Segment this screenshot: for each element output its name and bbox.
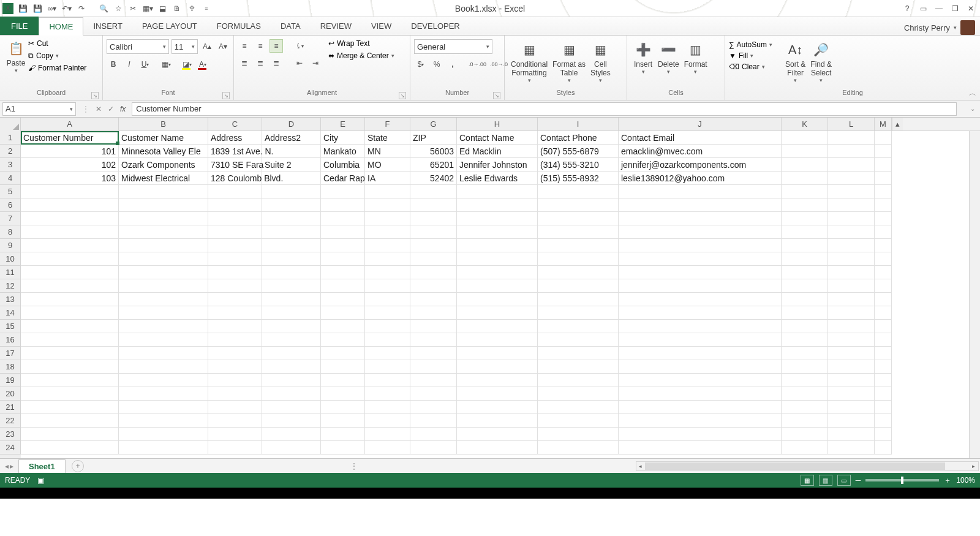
cell[interactable] [119, 239, 208, 252]
cell[interactable]: ZIP [410, 131, 457, 145]
cell[interactable] [119, 428, 208, 441]
qat-customize-icon[interactable]: ≡ [201, 3, 212, 14]
cell[interactable] [119, 293, 208, 306]
cell[interactable]: Customer Name [119, 131, 208, 145]
cell[interactable] [21, 441, 119, 455]
cell[interactable] [782, 158, 828, 172]
col-header-L[interactable]: L [828, 118, 875, 130]
cell[interactable] [262, 266, 321, 279]
cell[interactable] [119, 387, 208, 401]
cell[interactable]: 65201 [410, 158, 457, 172]
cell[interactable] [457, 333, 538, 347]
tab-home[interactable]: HOME [39, 17, 83, 36]
account-area[interactable]: Christy Perry ▾ [904, 20, 980, 35]
cell[interactable] [828, 333, 875, 347]
cell[interactable] [828, 360, 875, 374]
cell[interactable] [262, 185, 321, 198]
cell[interactable] [262, 198, 321, 212]
cell[interactable] [262, 225, 321, 239]
cell[interactable] [21, 185, 119, 198]
cell[interactable] [21, 360, 119, 374]
cell-styles-button[interactable]: ▦Cell Styles▾ [588, 38, 613, 85]
format-cells-button[interactable]: ▥Format▾ [682, 38, 710, 76]
qat-star-icon[interactable]: ☆ [113, 3, 124, 14]
cell[interactable] [875, 347, 892, 360]
cell[interactable] [410, 333, 457, 347]
cell[interactable] [410, 198, 457, 212]
cell[interactable] [119, 266, 208, 279]
cell[interactable] [321, 387, 365, 401]
sort-filter-button[interactable]: A↕Sort & Filter▾ [783, 38, 808, 85]
cell[interactable] [410, 306, 457, 320]
view-page-break-icon[interactable]: ▭ [837, 475, 851, 486]
cell[interactable] [782, 360, 828, 374]
cell[interactable] [208, 401, 262, 414]
italic-button[interactable]: I [123, 58, 136, 71]
row-header[interactable]: 22 [0, 414, 21, 428]
cell[interactable] [538, 320, 619, 333]
cell[interactable] [782, 428, 828, 441]
cell[interactable] [828, 225, 875, 239]
cell[interactable] [828, 172, 875, 185]
cell[interactable] [119, 198, 208, 212]
cell[interactable] [21, 198, 119, 212]
cell[interactable]: Customer Number [21, 131, 119, 145]
cell[interactable] [538, 333, 619, 347]
tab-developer[interactable]: DEVELOPER [401, 17, 469, 35]
cell[interactable]: Suite 2 [262, 158, 321, 172]
tab-data[interactable]: DATA [271, 17, 311, 35]
cell[interactable] [21, 387, 119, 401]
view-normal-icon[interactable]: ▦ [801, 475, 814, 486]
cell[interactable] [365, 212, 410, 225]
cell[interactable] [782, 225, 828, 239]
cell[interactable] [208, 239, 262, 252]
cell[interactable]: 7310 SE Fara [208, 158, 262, 172]
cell[interactable] [828, 374, 875, 387]
cell[interactable] [875, 131, 892, 145]
align-top-icon[interactable]: ≡ [238, 39, 251, 53]
cell[interactable] [208, 333, 262, 347]
cell[interactable] [457, 239, 538, 252]
col-header-M[interactable]: M [875, 118, 892, 130]
view-page-layout-icon[interactable]: ▥ [819, 475, 832, 486]
cell[interactable]: Midwest Electrical [119, 172, 208, 185]
cell[interactable] [262, 441, 321, 455]
cell[interactable] [828, 279, 875, 293]
enter-formula-icon[interactable]: ✓ [108, 105, 114, 113]
cell[interactable] [782, 172, 828, 185]
cell[interactable] [538, 279, 619, 293]
format-as-table-button[interactable]: ▦Format as Table▾ [550, 38, 588, 85]
cell[interactable] [410, 401, 457, 414]
cell[interactable] [365, 279, 410, 293]
increase-indent-icon[interactable]: ⇥ [309, 56, 322, 70]
cell[interactable] [365, 239, 410, 252]
row-header[interactable]: 3 [0, 158, 21, 172]
cell[interactable] [782, 252, 828, 266]
cell[interactable] [321, 374, 365, 387]
close-icon[interactable]: ✕ [964, 2, 978, 15]
cell[interactable]: 1839 1st Ave. N. [208, 145, 262, 158]
cell[interactable] [619, 401, 782, 414]
qat-switch-icon[interactable]: ⬓ [157, 3, 168, 14]
cell[interactable] [782, 414, 828, 428]
cell[interactable] [365, 198, 410, 212]
cell[interactable] [782, 279, 828, 293]
cut-button[interactable]: ✂Cut [28, 39, 86, 48]
cell[interactable]: 102 [21, 158, 119, 172]
font-name-dropdown[interactable]: Calibri▾ [107, 39, 169, 54]
row-header[interactable]: 4 [0, 172, 21, 185]
select-all-button[interactable] [0, 118, 21, 131]
cell[interactable] [538, 374, 619, 387]
cell[interactable] [538, 212, 619, 225]
cell[interactable] [208, 293, 262, 306]
ribbon-display-icon[interactable]: ▭ [916, 2, 930, 15]
cell[interactable] [321, 360, 365, 374]
accounting-format-icon[interactable]: $▾ [414, 58, 428, 71]
cell[interactable] [262, 212, 321, 225]
clear-button[interactable]: ⌫Clear▾ [729, 62, 783, 71]
cell[interactable]: emacklin@mvec.com [619, 145, 782, 158]
cell[interactable] [410, 293, 457, 306]
border-button[interactable]: ▦▾ [159, 58, 173, 71]
cell[interactable] [119, 401, 208, 414]
qat-new-icon[interactable]: 🗎 [172, 3, 183, 14]
